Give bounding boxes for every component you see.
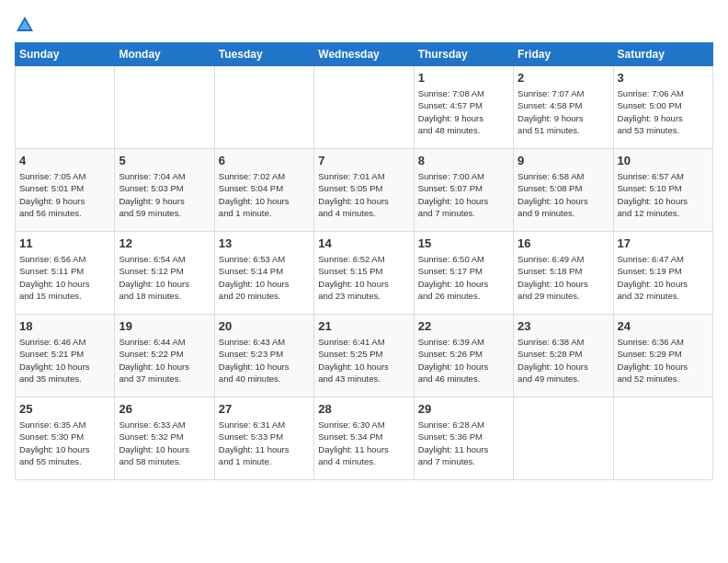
day-number: 5 [119, 154, 210, 167]
calendar-cell [16, 66, 115, 149]
calendar-cell: 7Sunrise: 7:01 AM Sunset: 5:05 PM Daylig… [314, 149, 414, 232]
day-number: 15 [418, 236, 509, 250]
weekday-header: Tuesday [214, 43, 313, 66]
day-info: Sunrise: 7:05 AM Sunset: 5:01 PM Dayligh… [19, 170, 110, 219]
day-number: 10 [618, 154, 709, 167]
calendar-cell: 17Sunrise: 6:47 AM Sunset: 5:19 PM Dayli… [613, 232, 712, 315]
weekday-header: Thursday [414, 43, 513, 66]
day-info: Sunrise: 7:01 AM Sunset: 5:05 PM Dayligh… [318, 170, 409, 219]
day-number: 6 [219, 154, 310, 167]
day-number: 28 [318, 402, 409, 416]
calendar-cell: 27Sunrise: 6:31 AM Sunset: 5:33 PM Dayli… [214, 397, 313, 480]
day-number: 7 [318, 154, 409, 167]
day-info: Sunrise: 6:54 AM Sunset: 5:12 PM Dayligh… [119, 253, 210, 302]
calendar-cell: 5Sunrise: 7:04 AM Sunset: 5:03 PM Daylig… [115, 149, 214, 232]
weekday-header: Friday [514, 43, 613, 66]
day-info: Sunrise: 6:43 AM Sunset: 5:23 PM Dayligh… [219, 336, 310, 385]
day-info: Sunrise: 6:30 AM Sunset: 5:34 PM Dayligh… [318, 419, 409, 467]
day-info: Sunrise: 6:44 AM Sunset: 5:22 PM Dayligh… [119, 336, 210, 385]
calendar-week-row: 25Sunrise: 6:35 AM Sunset: 5:30 PM Dayli… [16, 397, 713, 480]
day-number: 3 [618, 71, 709, 85]
day-number: 24 [618, 319, 709, 333]
calendar-cell: 26Sunrise: 6:33 AM Sunset: 5:32 PM Dayli… [115, 397, 214, 480]
day-number: 29 [418, 402, 509, 416]
calendar-cell: 11Sunrise: 6:56 AM Sunset: 5:11 PM Dayli… [16, 232, 115, 315]
calendar-week-row: 11Sunrise: 6:56 AM Sunset: 5:11 PM Dayli… [16, 232, 713, 315]
calendar-cell [613, 397, 712, 480]
calendar-table: SundayMondayTuesdayWednesdayThursdayFrid… [15, 42, 713, 480]
day-info: Sunrise: 6:49 AM Sunset: 5:18 PM Dayligh… [518, 253, 609, 302]
calendar-cell: 4Sunrise: 7:05 AM Sunset: 5:01 PM Daylig… [16, 149, 115, 232]
calendar-cell: 20Sunrise: 6:43 AM Sunset: 5:23 PM Dayli… [214, 315, 313, 397]
day-number: 13 [219, 236, 310, 250]
calendar-cell: 6Sunrise: 7:02 AM Sunset: 5:04 PM Daylig… [214, 149, 313, 232]
calendar-cell: 21Sunrise: 6:41 AM Sunset: 5:25 PM Dayli… [314, 315, 414, 397]
calendar-week-row: 4Sunrise: 7:05 AM Sunset: 5:01 PM Daylig… [16, 149, 713, 232]
day-info: Sunrise: 7:02 AM Sunset: 5:04 PM Dayligh… [219, 170, 310, 219]
day-info: Sunrise: 6:46 AM Sunset: 5:21 PM Dayligh… [19, 336, 110, 385]
day-number: 1 [418, 71, 509, 85]
weekday-header: Monday [115, 43, 214, 66]
calendar-cell: 14Sunrise: 6:52 AM Sunset: 5:15 PM Dayli… [314, 232, 414, 315]
weekday-header-row: SundayMondayTuesdayWednesdayThursdayFrid… [16, 43, 713, 66]
day-number: 21 [318, 319, 409, 333]
calendar-cell: 12Sunrise: 6:54 AM Sunset: 5:12 PM Dayli… [115, 232, 214, 315]
day-info: Sunrise: 6:53 AM Sunset: 5:14 PM Dayligh… [219, 253, 310, 302]
day-info: Sunrise: 6:35 AM Sunset: 5:30 PM Dayligh… [19, 419, 110, 467]
calendar-cell: 3Sunrise: 7:06 AM Sunset: 5:00 PM Daylig… [613, 66, 712, 149]
day-number: 16 [518, 236, 609, 250]
day-info: Sunrise: 6:56 AM Sunset: 5:11 PM Dayligh… [19, 253, 110, 302]
day-number: 17 [618, 236, 709, 250]
day-info: Sunrise: 6:57 AM Sunset: 5:10 PM Dayligh… [618, 170, 709, 219]
calendar-cell: 8Sunrise: 7:00 AM Sunset: 5:07 PM Daylig… [414, 149, 513, 232]
day-info: Sunrise: 7:08 AM Sunset: 4:57 PM Dayligh… [418, 87, 509, 136]
calendar-cell: 29Sunrise: 6:28 AM Sunset: 5:36 PM Dayli… [414, 397, 513, 480]
calendar-cell: 13Sunrise: 6:53 AM Sunset: 5:14 PM Dayli… [214, 232, 313, 315]
calendar-cell [214, 66, 313, 149]
calendar-cell: 22Sunrise: 6:39 AM Sunset: 5:26 PM Dayli… [414, 315, 513, 397]
weekday-header: Wednesday [314, 43, 414, 66]
day-info: Sunrise: 7:00 AM Sunset: 5:07 PM Dayligh… [418, 170, 509, 219]
page-header [15, 15, 713, 35]
calendar-cell: 15Sunrise: 6:50 AM Sunset: 5:17 PM Dayli… [414, 232, 513, 315]
calendar-cell: 9Sunrise: 6:58 AM Sunset: 5:08 PM Daylig… [514, 149, 613, 232]
day-number: 26 [119, 402, 210, 416]
calendar-cell [314, 66, 414, 149]
calendar-cell: 24Sunrise: 6:36 AM Sunset: 5:29 PM Dayli… [613, 315, 712, 397]
calendar-cell: 18Sunrise: 6:46 AM Sunset: 5:21 PM Dayli… [16, 315, 115, 397]
day-info: Sunrise: 6:50 AM Sunset: 5:17 PM Dayligh… [418, 253, 509, 302]
day-info: Sunrise: 6:31 AM Sunset: 5:33 PM Dayligh… [219, 419, 310, 467]
day-number: 19 [119, 319, 210, 333]
calendar-cell [115, 66, 214, 149]
day-number: 20 [219, 319, 310, 333]
day-number: 25 [19, 402, 110, 416]
day-number: 18 [19, 319, 110, 333]
day-number: 8 [418, 154, 509, 167]
weekday-header: Sunday [16, 43, 115, 66]
day-number: 23 [518, 319, 609, 333]
day-number: 9 [518, 154, 609, 167]
day-info: Sunrise: 7:04 AM Sunset: 5:03 PM Dayligh… [119, 170, 210, 219]
calendar-cell: 25Sunrise: 6:35 AM Sunset: 5:30 PM Dayli… [16, 397, 115, 480]
day-info: Sunrise: 6:58 AM Sunset: 5:08 PM Dayligh… [518, 170, 609, 219]
day-number: 11 [19, 236, 110, 250]
logo-icon [15, 15, 35, 35]
day-info: Sunrise: 6:28 AM Sunset: 5:36 PM Dayligh… [418, 419, 509, 467]
calendar-cell [514, 397, 613, 480]
day-info: Sunrise: 7:06 AM Sunset: 5:00 PM Dayligh… [618, 87, 709, 136]
day-info: Sunrise: 7:07 AM Sunset: 4:58 PM Dayligh… [518, 87, 609, 136]
calendar-cell: 16Sunrise: 6:49 AM Sunset: 5:18 PM Dayli… [514, 232, 613, 315]
day-number: 22 [418, 319, 509, 333]
day-number: 2 [518, 71, 609, 85]
day-info: Sunrise: 6:38 AM Sunset: 5:28 PM Dayligh… [518, 336, 609, 385]
calendar-week-row: 1Sunrise: 7:08 AM Sunset: 4:57 PM Daylig… [16, 66, 713, 149]
day-number: 27 [219, 402, 310, 416]
calendar-cell: 28Sunrise: 6:30 AM Sunset: 5:34 PM Dayli… [314, 397, 414, 480]
calendar-cell: 19Sunrise: 6:44 AM Sunset: 5:22 PM Dayli… [115, 315, 214, 397]
day-number: 4 [19, 154, 110, 167]
day-number: 14 [318, 236, 409, 250]
calendar-cell: 2Sunrise: 7:07 AM Sunset: 4:58 PM Daylig… [514, 66, 613, 149]
day-info: Sunrise: 6:47 AM Sunset: 5:19 PM Dayligh… [618, 253, 709, 302]
calendar-week-row: 18Sunrise: 6:46 AM Sunset: 5:21 PM Dayli… [16, 315, 713, 397]
day-info: Sunrise: 6:41 AM Sunset: 5:25 PM Dayligh… [318, 336, 409, 385]
